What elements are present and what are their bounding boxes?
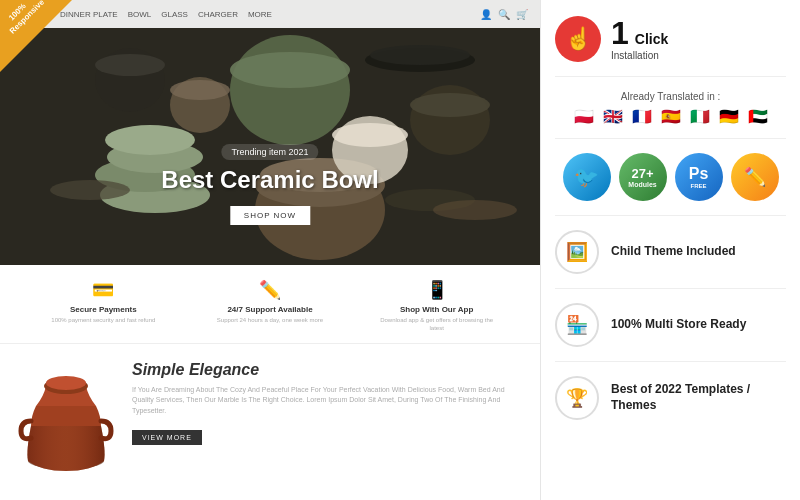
svg-point-1 xyxy=(230,35,350,145)
app-icon: 📱 xyxy=(377,279,497,301)
multistore-icon-wrap: 🏪 xyxy=(555,303,599,347)
cart-icon[interactable]: 🛒 xyxy=(516,9,528,20)
modules-count-number: 27+ xyxy=(631,166,653,181)
install-icon: ☝️ xyxy=(555,16,601,62)
svg-point-4 xyxy=(95,54,165,76)
nav-bar: eramic DINNER PLATE BOWL GLASS CHARGER M… xyxy=(0,0,540,28)
flag-ae: 🇦🇪 xyxy=(746,108,770,124)
modules-count-label: Modules xyxy=(628,181,656,188)
pottery-image xyxy=(16,356,116,471)
flag-es: 🇪🇸 xyxy=(659,108,683,124)
feature-support-desc: Support 24 hours a day, one week more xyxy=(210,316,330,324)
right-panel: ☝️ 1 Click Installation Already Translat… xyxy=(540,0,800,500)
secure-payments-icon: 💳 xyxy=(43,279,163,301)
best2022-feature: 🏆 Best of 2022 Templates / Themes xyxy=(555,376,786,420)
nav-item-bowl[interactable]: BOWL xyxy=(128,10,152,19)
child-theme-text: Child Theme Included xyxy=(611,244,736,260)
nav-item-charger[interactable]: CHARGER xyxy=(198,10,238,19)
svg-point-2 xyxy=(230,52,350,88)
features-row: 💳 Secure Payments 100% payment security … xyxy=(0,265,540,344)
feature-support: ✏️ 24/7 Support Available Support 24 hou… xyxy=(210,279,330,333)
child-theme-icon-wrap: 🖼️ xyxy=(555,230,599,274)
bird-module-badge: 🐦 xyxy=(563,153,611,201)
nav-icons: 👤 🔍 🛒 xyxy=(480,9,528,20)
modules-section: 🐦 27+ Modules Ps FREE ✏️ xyxy=(555,153,786,201)
ps-free-label: FREE xyxy=(690,183,706,189)
child-theme-feature: 🖼️ Child Theme Included xyxy=(555,230,786,274)
feature-secure-payments-title: Secure Payments xyxy=(43,305,163,314)
ps-badge: Ps FREE xyxy=(675,153,723,201)
flag-fr: 🇫🇷 xyxy=(630,108,654,124)
svg-point-17 xyxy=(170,80,230,100)
best2022-icon-wrap: 🏆 xyxy=(555,376,599,420)
ps-label: Ps xyxy=(689,165,709,183)
feature-secure-payments-desc: 100% payment security and fast refund xyxy=(43,316,163,324)
bottom-section-title: Simple Elegance xyxy=(132,361,524,379)
flag-pl: 🇵🇱 xyxy=(572,108,596,124)
flags-row: 🇵🇱 🇬🇧 🇫🇷 🇪🇸 🇮🇹 🇩🇪 🇦🇪 xyxy=(555,108,786,124)
translated-title: Already Translated in : xyxy=(555,91,786,102)
responsive-badge: 100% Responsive xyxy=(0,0,72,72)
divider-1 xyxy=(555,76,786,77)
multistore-feature: 🏪 100% Multi Store Ready xyxy=(555,303,786,347)
install-text: 1 Click Installation xyxy=(611,17,668,61)
left-bottom: 💳 Secure Payments 100% payment security … xyxy=(0,265,540,500)
feature-app-title: Shop With Our App xyxy=(377,305,497,314)
hero-section: eramic DINNER PLATE BOWL GLASS CHARGER M… xyxy=(0,0,540,265)
flag-de: 🇩🇪 xyxy=(717,108,741,124)
svg-point-10 xyxy=(370,45,470,65)
bottom-content: Simple Elegance If You Are Dreaming Abou… xyxy=(0,344,540,500)
bottom-desc: If You Are Dreaming About The Cozy And P… xyxy=(132,385,524,417)
bird-icon: 🐦 xyxy=(574,165,599,189)
divider-2 xyxy=(555,138,786,139)
hero-title: Best Ceramic Bowl xyxy=(161,166,378,194)
child-theme-icon: 🖼️ xyxy=(566,241,588,263)
edit-icon: ✏️ xyxy=(744,166,766,188)
translated-section: Already Translated in : 🇵🇱 🇬🇧 🇫🇷 🇪🇸 🇮🇹 🇩… xyxy=(555,91,786,124)
view-more-button[interactable]: VIEW MORE xyxy=(132,430,202,445)
shop-now-button[interactable]: SHOP NOW xyxy=(230,206,310,225)
search-icon[interactable]: 🔍 xyxy=(498,9,510,20)
left-panel: 100% Responsive xyxy=(0,0,540,500)
install-section: ☝️ 1 Click Installation xyxy=(555,16,786,62)
svg-point-12 xyxy=(410,93,490,117)
edit-badge: ✏️ xyxy=(731,153,779,201)
hero-overlay: Trending item 2021 Best Ceramic Bowl SHO… xyxy=(161,141,378,225)
multistore-icon: 🏪 xyxy=(566,314,588,336)
feature-app-desc: Download app & get offers of browsing th… xyxy=(377,316,497,333)
support-icon: ✏️ xyxy=(210,279,330,301)
flag-it: 🇮🇹 xyxy=(688,108,712,124)
multistore-text: 100% Multi Store Ready xyxy=(611,317,746,333)
feature-support-title: 24/7 Support Available xyxy=(210,305,330,314)
svg-point-18 xyxy=(50,180,130,200)
feature-app: 📱 Shop With Our App Download app & get o… xyxy=(377,279,497,333)
nav-item-more[interactable]: MORE xyxy=(248,10,272,19)
divider-5 xyxy=(555,361,786,362)
modules-count-badge: 27+ Modules xyxy=(619,153,667,201)
hero-trending-label: Trending item 2021 xyxy=(221,144,318,160)
install-number: 1 xyxy=(611,17,629,49)
svg-point-25 xyxy=(46,376,86,390)
divider-3 xyxy=(555,215,786,216)
flag-gb: 🇬🇧 xyxy=(601,108,625,124)
trophy-icon: 🏆 xyxy=(566,387,588,409)
svg-point-20 xyxy=(433,200,517,220)
divider-4 xyxy=(555,288,786,289)
feature-secure-payments: 💳 Secure Payments 100% payment security … xyxy=(43,279,163,333)
nav-item-glass[interactable]: GLASS xyxy=(161,10,188,19)
nav-items: DINNER PLATE BOWL GLASS CHARGER MORE xyxy=(60,10,480,19)
install-sublabel: Installation xyxy=(611,50,668,61)
bottom-text: Simple Elegance If You Are Dreaming Abou… xyxy=(132,356,524,488)
user-icon[interactable]: 👤 xyxy=(480,9,492,20)
best2022-text: Best of 2022 Templates / Themes xyxy=(611,382,786,413)
finger-icon: ☝️ xyxy=(565,26,592,52)
install-label: Click xyxy=(635,32,668,46)
